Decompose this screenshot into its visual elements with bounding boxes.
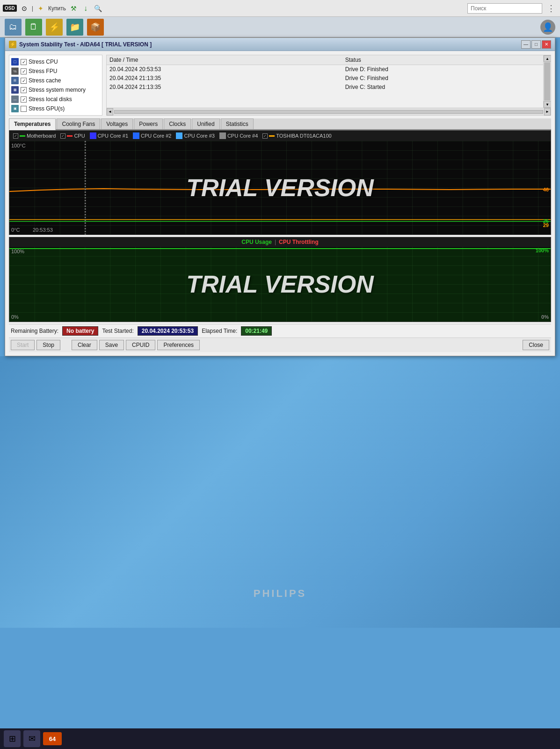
- legend-color-core3: [176, 132, 182, 139]
- checkbox-fpu[interactable]: ✓: [21, 68, 27, 74]
- check-stress-disks[interactable]: — ✓ Stress local disks: [11, 95, 100, 104]
- aida-window: ⚡ System Stability Test - AIDA64 [ TRIAL…: [5, 37, 555, 356]
- test-started-value: 20.04.2024 20:53:53: [138, 326, 198, 336]
- search-icon[interactable]: 🔍: [93, 4, 102, 13]
- legend-core3[interactable]: CPU Core #3: [176, 132, 214, 139]
- legend-toshiba[interactable]: ✓ TOSHIBA DT01ACA100: [262, 133, 331, 139]
- save-button[interactable]: Save: [99, 340, 124, 350]
- buy-button[interactable]: Купить: [48, 5, 66, 12]
- checkbox-gpu[interactable]: [21, 106, 27, 112]
- checkbox-cpu[interactable]: ✓: [21, 59, 27, 65]
- minimize-button[interactable]: —: [521, 40, 531, 49]
- start-button[interactable]: Start: [11, 340, 35, 350]
- temp-value-29: 29: [543, 222, 549, 228]
- action-bar: Start Stop Clear Save CPUID Preferences …: [9, 338, 551, 352]
- legend-cpu[interactable]: ✓ CPU: [60, 133, 85, 139]
- disk-icon: —: [11, 95, 19, 103]
- toolbar-icon-5[interactable]: 📦: [87, 19, 104, 36]
- toolbar-avatar[interactable]: 👤: [540, 20, 555, 35]
- label-stress-gpu: Stress GPU(s): [29, 105, 65, 112]
- check-stress-memory[interactable]: ▦ ✓ Stress system memory: [11, 85, 100, 95]
- legend-cb-toshiba[interactable]: ✓: [262, 133, 268, 139]
- legend-cb-motherboard[interactable]: ✓: [13, 133, 18, 139]
- scroll-thumb[interactable]: [544, 62, 550, 101]
- tool1-icon[interactable]: ⚒: [69, 4, 78, 13]
- taskbar-aida64-btn[interactable]: 64: [43, 732, 62, 745]
- checkbox-memory[interactable]: ✓: [21, 87, 27, 93]
- log-scrollbar-v[interactable]: ▲ ▼: [543, 55, 551, 108]
- log-status-1: Drive D: Finished: [342, 65, 543, 74]
- star-icon[interactable]: ✦: [36, 4, 45, 13]
- check-stress-cpu[interactable]: □ ✓ Stress CPU: [11, 57, 100, 66]
- toolbar-icon-4[interactable]: 📁: [66, 19, 83, 36]
- cpuid-button[interactable]: CPUID: [126, 340, 155, 350]
- taskbar-start-btn[interactable]: ⊞: [4, 730, 21, 747]
- log-table: Date / Time Status 20.04.2024 20:53:53 D…: [107, 55, 543, 92]
- tab-unified[interactable]: Unified: [192, 118, 219, 129]
- legend-motherboard[interactable]: ✓ Motherboard: [13, 133, 56, 139]
- temp-chart-graph: 100°C 0°C 20:53:53 TRIAL VERSION 46 26 2…: [9, 141, 551, 235]
- preferences-button[interactable]: Preferences: [157, 340, 200, 350]
- label-stress-disks: Stress local disks: [29, 96, 72, 103]
- check-stress-fpu[interactable]: % ✓ Stress FPU: [11, 66, 100, 76]
- cache-icon: ⊞: [11, 77, 19, 84]
- legend-core2[interactable]: CPU Core #2: [133, 132, 171, 139]
- legend-core1[interactable]: CPU Core #1: [90, 132, 128, 139]
- tab-powers[interactable]: Powers: [134, 118, 163, 129]
- close-button[interactable]: Close: [523, 340, 549, 350]
- log-container: Date / Time Status 20.04.2024 20:53:53 D…: [106, 55, 551, 116]
- hscroll-right-btn[interactable]: ►: [544, 108, 551, 116]
- hscroll-left-btn[interactable]: ◄: [107, 108, 113, 116]
- clear-button[interactable]: Clear: [72, 340, 97, 350]
- temp-value-46: 46: [543, 187, 549, 192]
- circle-icon[interactable]: ⊙: [20, 4, 29, 13]
- col-status: Status: [342, 55, 543, 65]
- tool2-icon[interactable]: ↓: [81, 4, 90, 13]
- tab-clocks[interactable]: Clocks: [164, 118, 191, 129]
- check-stress-cache[interactable]: ⊞ ✓ Stress cache: [11, 76, 100, 85]
- stop-button[interactable]: Stop: [36, 340, 60, 350]
- aida-content: □ ✓ Stress CPU % ✓ Stress FPU ⊞ ✓ Stress…: [5, 51, 555, 356]
- legend-label-core3: CPU Core #3: [184, 133, 214, 139]
- scroll-down-btn[interactable]: ▼: [544, 101, 551, 108]
- title-buttons: — □ ✕: [521, 40, 551, 49]
- close-window-button[interactable]: ✕: [542, 40, 551, 49]
- search-input[interactable]: [467, 3, 542, 14]
- hscroll-track[interactable]: [114, 110, 543, 114]
- elapsed-time-value: 00:21:49: [241, 326, 272, 336]
- temp-chart-legend: ✓ Motherboard ✓ CPU CPU Core #1 CPU Core…: [9, 131, 551, 141]
- legend-label-toshiba: TOSHIBA DT01ACA100: [276, 133, 331, 139]
- log-datetime-3: 20.04.2024 21:13:35: [107, 83, 342, 92]
- temp-y-top: 100°C: [11, 143, 26, 148]
- cpu-y-bottom: 0%: [11, 314, 19, 320]
- cpu-bottom-right: 0%: [541, 314, 549, 320]
- menu-dots-icon[interactable]: ⋮: [545, 3, 557, 14]
- checkbox-disks[interactable]: ✓: [21, 96, 27, 103]
- tab-statistics[interactable]: Statistics: [221, 118, 254, 129]
- toolbar-icon-2[interactable]: 🗒: [25, 19, 42, 36]
- toolbar-icon-3[interactable]: ⚡: [46, 19, 63, 36]
- legend-label-motherboard: Motherboard: [27, 133, 56, 139]
- taskbar-mail-btn[interactable]: ✉: [23, 730, 40, 747]
- label-stress-cpu: Stress CPU: [29, 59, 58, 65]
- tab-cooling-fans[interactable]: Cooling Fans: [57, 118, 100, 129]
- legend-label-core4: CPU Core #4: [227, 133, 258, 139]
- toolbar-icon-1[interactable]: 🗂: [5, 19, 22, 36]
- cpu-y-top: 100%: [11, 249, 24, 254]
- check-stress-gpu[interactable]: ▣ Stress GPU(s): [11, 104, 100, 113]
- legend-cb-cpu[interactable]: ✓: [60, 133, 65, 139]
- legend-core4[interactable]: CPU Core #4: [219, 132, 258, 139]
- temp-y-bottom: 0°C: [11, 227, 20, 233]
- desktop-background: [0, 356, 560, 628]
- log-hscroll[interactable]: ◄ ►: [107, 108, 551, 115]
- temp-chart-section: ✓ Motherboard ✓ CPU CPU Core #1 CPU Core…: [9, 130, 551, 235]
- checkbox-cache[interactable]: ✓: [21, 78, 27, 84]
- tab-voltages[interactable]: Voltages: [101, 118, 133, 129]
- maximize-button[interactable]: □: [531, 40, 541, 49]
- label-stress-fpu: Stress FPU: [29, 68, 57, 74]
- mem-icon: ▦: [11, 86, 19, 94]
- fpu-icon: %: [11, 67, 19, 75]
- app-icon: ⚡: [9, 41, 16, 48]
- tab-temperatures[interactable]: Temperatures: [9, 118, 56, 130]
- scroll-up-btn[interactable]: ▲: [544, 55, 551, 62]
